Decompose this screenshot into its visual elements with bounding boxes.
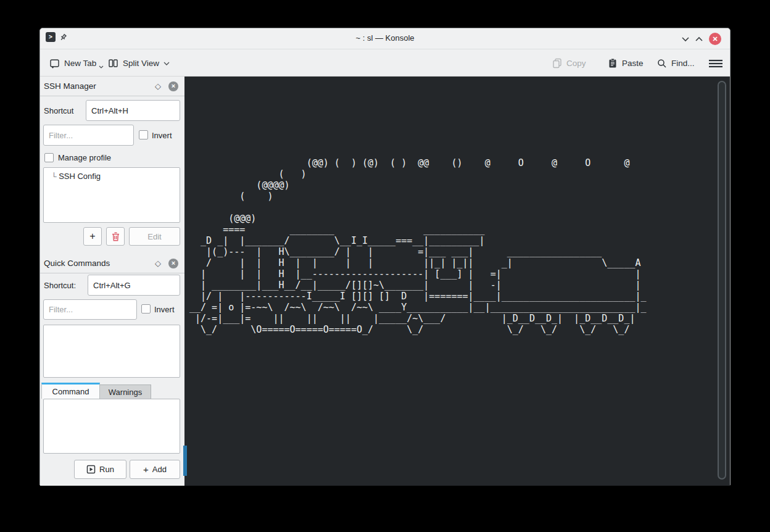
copy-button: Copy [552,50,586,77]
manage-profile-label: Manage profile [58,153,111,162]
ssh-manager-close-icon[interactable]: × [168,81,178,91]
new-tab-button[interactable]: New Tab [49,50,104,77]
new-tab-dropdown-icon [99,65,104,69]
terminal-scrollbar[interactable] [718,81,726,480]
toolbar: New Tab Split View [40,50,730,77]
hamburger-menu-button[interactable] [709,50,722,77]
paste-button[interactable]: Paste [608,50,644,77]
ssh-filter-input[interactable] [43,125,134,146]
tab-command[interactable]: Command [41,383,100,399]
window-title: ~ : sl — Konsole [40,33,730,43]
qc-shortcut-label: Shortcut: [44,281,76,290]
ssh-config-tree[interactable]: └ SSH Config [43,167,180,223]
qc-filter-input[interactable] [43,299,137,320]
quick-commands-title: Quick Commands [44,259,110,268]
sidebar: SSH Manager ◇ × Shortcut Invert Manage p… [40,77,184,486]
split-view-dropdown-icon [164,62,170,65]
find-button[interactable]: Find... [657,50,695,77]
qc-invert-checkbox[interactable] [141,304,151,314]
quick-commands-header[interactable]: Quick Commands ◇ × [40,254,184,273]
quick-commands-close-icon[interactable]: × [168,259,178,268]
splitter-handle[interactable] [183,446,187,476]
close-button[interactable]: ✕ [709,33,721,45]
tab-command-label: Command [52,387,89,396]
tree-item-ssh-config[interactable]: └ SSH Config [44,168,180,181]
ssh-shortcut-input[interactable] [86,100,180,121]
new-tab-label: New Tab [64,59,96,68]
search-icon [657,59,667,69]
ssh-add-button[interactable]: + [83,227,102,246]
ssh-manager-header[interactable]: SSH Manager ◇ × [40,77,184,96]
new-tab-icon [49,58,60,69]
run-button[interactable]: Run [74,460,126,479]
run-icon [86,465,96,474]
plus-icon: + [143,464,149,475]
ssh-manager-title: SSH Manager [44,81,96,91]
tab-warnings-label: Warnings [109,388,142,397]
add-command-button[interactable]: + Add [130,460,180,479]
float-panel-icon[interactable]: ◇ [155,81,161,91]
qc-invert-label: Invert [154,305,175,314]
float-panel-icon-2[interactable]: ◇ [155,259,161,268]
ssh-shortcut-label: Shortcut [44,106,73,115]
ssh-edit-button: Edit [129,227,180,246]
ssh-invert-label: Invert [152,131,172,140]
minimize-button[interactable] [679,33,692,45]
maximize-button[interactable] [693,33,705,45]
trash-icon [112,232,120,241]
qc-command-list[interactable] [43,325,180,378]
ssh-delete-button[interactable] [106,227,125,246]
terminal-display[interactable]: (@@) ( ) (@) ( ) @@ () @ O @ O @ ( ) (@@… [184,77,730,486]
paste-icon [608,58,618,69]
qc-shortcut-input[interactable] [88,275,180,296]
ascii-art-train: (@@) ( ) (@) ( ) @@ () @ O @ O @ ( ) (@@… [189,157,647,335]
run-label: Run [99,465,114,474]
copy-label: Copy [566,59,586,68]
split-view-button[interactable]: Split View [108,50,170,77]
tree-item-label: SSH Config [59,172,101,181]
ssh-invert-checkbox[interactable] [139,130,148,139]
tab-warnings[interactable]: Warnings [100,384,151,399]
add-label: Add [152,465,167,474]
titlebar[interactable]: > ~ : sl — Konsole ✕ [40,28,730,49]
split-view-icon [108,58,118,69]
hamburger-icon [709,59,722,68]
find-label: Find... [671,59,695,68]
copy-icon [552,58,562,69]
manage-profile-checkbox[interactable] [44,153,54,162]
split-view-label: Split View [123,59,159,68]
konsole-window: > ~ : sl — Konsole ✕ [39,28,731,486]
paste-label: Paste [622,59,644,68]
tree-branch-icon: └ [51,172,57,181]
qc-command-textarea[interactable] [43,399,180,454]
